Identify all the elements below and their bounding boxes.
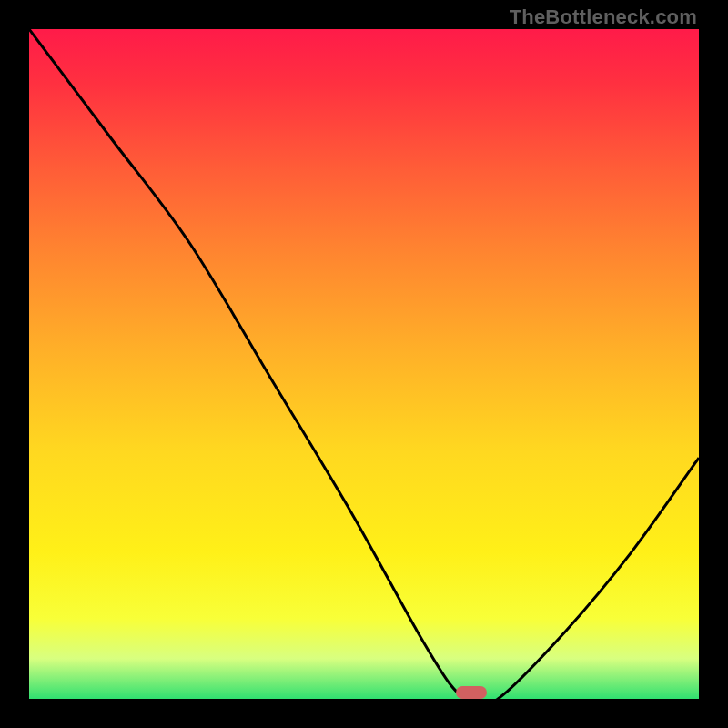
watermark-text: TheBottleneck.com: [510, 5, 697, 29]
bottleneck-curve: [29, 29, 699, 699]
plot-area: [29, 29, 699, 699]
optimal-marker: [456, 686, 487, 699]
chart-container: TheBottleneck.com: [0, 0, 728, 728]
